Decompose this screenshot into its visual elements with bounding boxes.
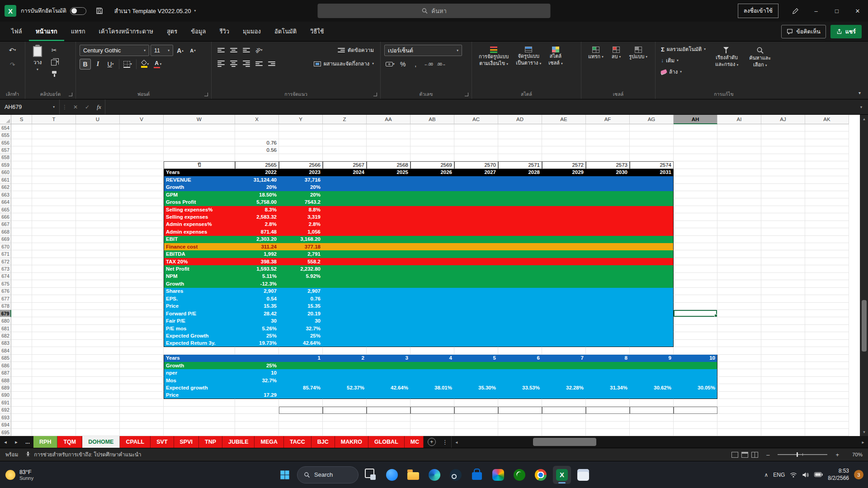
- cell-AE661[interactable]: [542, 176, 586, 183]
- cell-AG666[interactable]: [630, 213, 674, 221]
- cell-AC675[interactable]: [454, 280, 498, 287]
- cell-AD679[interactable]: [498, 310, 542, 317]
- wifi-icon[interactable]: [790, 472, 797, 478]
- cell-AI689[interactable]: [717, 384, 761, 391]
- cell-Y692[interactable]: [279, 407, 323, 414]
- cell-X667[interactable]: 2.8%: [235, 221, 279, 228]
- cell-AB662[interactable]: [410, 184, 454, 191]
- language-indicator[interactable]: ENG: [773, 472, 785, 478]
- cell-U672[interactable]: [76, 258, 120, 265]
- column-header-AH[interactable]: AH: [674, 115, 717, 124]
- cell-AB670[interactable]: [410, 243, 454, 250]
- cell-AG683[interactable]: [630, 340, 674, 347]
- row-header-658[interactable]: 658: [0, 154, 11, 161]
- cell-AA680[interactable]: [367, 317, 410, 324]
- cell-AI660[interactable]: [717, 169, 761, 176]
- row-header-687[interactable]: 687: [0, 369, 11, 376]
- cell-AK695[interactable]: [805, 429, 849, 436]
- cell-AJ692[interactable]: [761, 407, 805, 414]
- cell-AC685[interactable]: 5: [454, 355, 498, 362]
- row-header-681[interactable]: 681: [0, 325, 11, 332]
- cell-AF690[interactable]: [586, 392, 630, 399]
- cell-Y657[interactable]: [279, 146, 323, 154]
- cell-AG673[interactable]: [630, 265, 674, 272]
- cell-X663[interactable]: 18.50%: [235, 191, 279, 198]
- cell-AG689[interactable]: 30.62%: [630, 384, 674, 391]
- cell-AD668[interactable]: [498, 228, 542, 235]
- cell-U670[interactable]: [76, 243, 120, 250]
- cell-S670[interactable]: [11, 243, 32, 250]
- cell-X674[interactable]: 5.11%: [235, 273, 279, 280]
- cell-S667[interactable]: [11, 221, 32, 228]
- cell-AC673[interactable]: [454, 265, 498, 272]
- cell-X689[interactable]: [235, 384, 279, 391]
- cell-U662[interactable]: [76, 184, 120, 191]
- cell-AF689[interactable]: 31.34%: [586, 384, 630, 391]
- cell-AB669[interactable]: [410, 236, 454, 243]
- cell-W678[interactable]: Price: [164, 303, 235, 310]
- sheet-tab-bjc[interactable]: BJC: [311, 436, 335, 448]
- cell-S665[interactable]: [11, 206, 32, 213]
- cell-AG684[interactable]: [630, 347, 674, 354]
- cell-S684[interactable]: [11, 347, 32, 354]
- cell-AJ683[interactable]: [761, 340, 805, 347]
- row-header-660[interactable]: 660: [0, 169, 11, 176]
- cell-AE654[interactable]: [542, 124, 586, 131]
- cell-T675[interactable]: [32, 280, 76, 287]
- cell-AJ657[interactable]: [761, 146, 805, 154]
- cell-AE681[interactable]: [542, 325, 586, 332]
- cell-AJ687[interactable]: [761, 369, 805, 376]
- vertical-scroll-thumb[interactable]: [862, 300, 867, 352]
- cell-AB672[interactable]: [410, 258, 454, 265]
- cell-AD684[interactable]: [498, 347, 542, 354]
- cell-AI681[interactable]: [717, 325, 761, 332]
- cell-AB660[interactable]: 2026: [410, 169, 454, 176]
- page-break-view-button[interactable]: [751, 452, 758, 458]
- cell-AJ661[interactable]: [761, 176, 805, 183]
- cell-S677[interactable]: [11, 295, 32, 302]
- cell-AK654[interactable]: [805, 124, 849, 131]
- accounting-format-button[interactable]: ▾: [384, 59, 396, 70]
- cell-W683[interactable]: Expected Return 3y.: [164, 340, 235, 347]
- cell-U666[interactable]: [76, 213, 120, 221]
- cell-Y679[interactable]: 20.19: [279, 310, 323, 317]
- cell-AI683[interactable]: [717, 340, 761, 347]
- cell-X678[interactable]: 15.35: [235, 303, 279, 310]
- cell-W682[interactable]: Expected Growth: [164, 332, 235, 339]
- cell-AG660[interactable]: 2031: [630, 169, 674, 176]
- cell-AK677[interactable]: [805, 295, 849, 302]
- steam-icon[interactable]: [447, 466, 465, 484]
- cell-Y676[interactable]: 2,907: [279, 288, 323, 295]
- cell-AF694[interactable]: [586, 422, 630, 429]
- weather-widget[interactable]: 83°F Sunny: [5, 461, 33, 488]
- expand-formula-bar-icon[interactable]: ▾: [854, 105, 868, 109]
- cell-AG687[interactable]: [630, 369, 674, 376]
- cell-AJ669[interactable]: [761, 236, 805, 243]
- cell-AG677[interactable]: [630, 295, 674, 302]
- cell-AE672[interactable]: [542, 258, 586, 265]
- row-header-688[interactable]: 688: [0, 377, 11, 384]
- cell-U688[interactable]: [76, 377, 120, 384]
- cell-AD670[interactable]: [498, 243, 542, 250]
- cell-AF684[interactable]: [586, 347, 630, 354]
- align-middle-button[interactable]: [228, 45, 239, 56]
- row-header-675[interactable]: 675: [0, 280, 11, 287]
- cell-AC681[interactable]: [454, 325, 498, 332]
- cell-Z656[interactable]: [323, 139, 367, 146]
- scroll-right-icon[interactable]: ▸: [858, 440, 868, 445]
- cell-AI663[interactable]: [717, 191, 761, 198]
- cell-AB685[interactable]: 4: [410, 355, 454, 362]
- cell-W677[interactable]: EPS.: [164, 295, 235, 302]
- cell-AI693[interactable]: [717, 414, 761, 421]
- cell-Z669[interactable]: [323, 236, 367, 243]
- sheet-tab-spvi[interactable]: SPVI: [174, 436, 199, 448]
- cell-AB682[interactable]: [410, 332, 454, 339]
- cell-V660[interactable]: [120, 169, 164, 176]
- cell-AH679[interactable]: [674, 310, 717, 317]
- cell-AE660[interactable]: 2029: [542, 169, 586, 176]
- cell-T695[interactable]: [32, 429, 76, 436]
- cell-AJ693[interactable]: [761, 414, 805, 421]
- cell-AC682[interactable]: [454, 332, 498, 339]
- cell-S695[interactable]: [11, 429, 32, 436]
- cell-W664[interactable]: Gross Profit: [164, 198, 235, 206]
